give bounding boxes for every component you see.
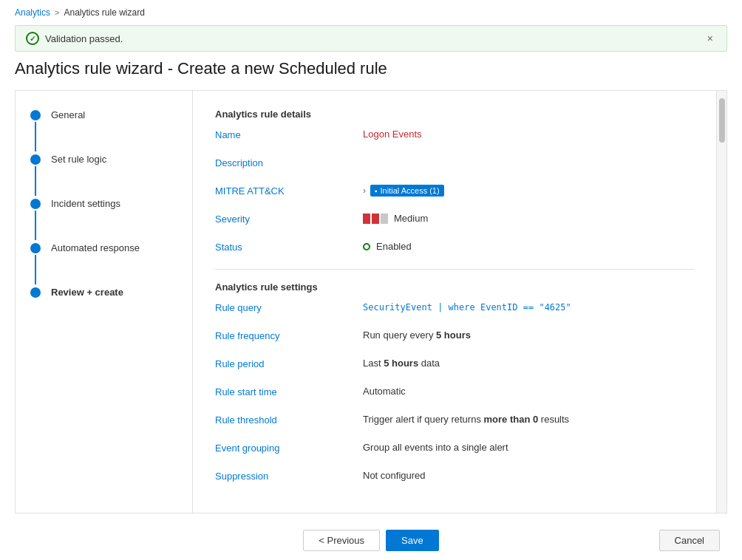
scrollbar-thumb [719, 98, 725, 143]
rule-start-time-label: Rule start time [215, 386, 363, 397]
mitre-container: › ▪ Initial Access (1) [363, 185, 694, 197]
rule-query-text: SecurityEvent | where EventID == "4625" [363, 302, 571, 313]
rule-period-prefix: Last [363, 358, 384, 369]
content-panel: Analytics rule details Name Logon Events… [193, 91, 716, 513]
rule-frequency-label: Rule frequency [215, 329, 363, 341]
severity-block-1 [363, 214, 370, 224]
rule-threshold-label: Rule threshold [215, 414, 363, 426]
step-dot-container-rule-logic [30, 153, 41, 197]
suppression-value: Not configured [363, 470, 694, 481]
severity-block-2 [372, 214, 379, 224]
step-dot-incident [30, 199, 41, 209]
step-label-general: General [51, 109, 85, 122]
step-label-rule-logic: Set rule logic [51, 153, 106, 166]
mitre-tag: ▪ Initial Access (1) [370, 185, 444, 197]
rule-frequency-value: Run query every 5 hours [363, 329, 694, 341]
cancel-button[interactable]: Cancel [659, 530, 720, 551]
step-dot-auto [30, 243, 41, 253]
validation-check-icon [26, 32, 39, 45]
severity-label: Severity [215, 213, 363, 225]
event-grouping-label: Event grouping [215, 442, 363, 454]
banner-close-button[interactable]: × [704, 33, 716, 44]
rule-period-label: Rule period [215, 358, 363, 369]
step-line-general [35, 122, 36, 151]
mitre-label: MITRE ATT&CK [215, 185, 363, 197]
status-text: Enabled [376, 241, 412, 252]
detail-row-event-grouping: Event grouping Group all events into a s… [215, 442, 694, 458]
validation-left: Validation passed. [26, 32, 123, 45]
step-item-review-create[interactable]: Review + create [30, 286, 177, 299]
severity-text: Medium [394, 213, 428, 224]
breadcrumb-separator: > [55, 8, 59, 17]
validation-banner: Validation passed. × [15, 25, 727, 52]
section-divider [215, 269, 694, 270]
previous-button[interactable]: < Previous [303, 530, 380, 551]
rule-period-suffix: data [418, 358, 440, 369]
rule-query-label: Rule query [215, 301, 363, 313]
rule-threshold-value: Trigger alert if query returns more than… [363, 414, 694, 425]
scrollbar[interactable] [716, 91, 726, 513]
rule-period-value: Last 5 hours data [363, 358, 694, 369]
breadcrumb: Analytics > Analytics rule wizard [0, 0, 742, 22]
detail-row-mitre: MITRE ATT&CK › ▪ Initial Access (1) [215, 185, 694, 201]
step-dot-review [30, 287, 41, 298]
mitre-tag-label: Initial Access (1) [381, 186, 440, 195]
step-line-auto [35, 255, 36, 284]
severity-container: Medium [363, 213, 694, 224]
step-item-automated-response[interactable]: Automated response [30, 242, 177, 286]
mitre-value: › ▪ Initial Access (1) [363, 185, 694, 197]
rule-frequency-prefix: Run query every [363, 329, 436, 341]
severity-value: Medium [363, 213, 694, 224]
detail-row-rule-period: Rule period Last 5 hours data [215, 358, 694, 374]
step-item-incident-settings[interactable]: Incident settings [30, 197, 177, 242]
detail-row-rule-frequency: Rule frequency Run query every 5 hours [215, 329, 694, 346]
step-dot-general [30, 110, 41, 120]
breadcrumb-parent[interactable]: Analytics [15, 7, 50, 18]
rule-period-bold: 5 hours [384, 358, 418, 369]
save-button[interactable]: Save [386, 530, 439, 551]
detail-row-severity: Severity Medium [215, 213, 694, 229]
rule-threshold-prefix: Trigger alert if query returns [363, 414, 484, 425]
detail-row-rule-threshold: Rule threshold Trigger alert if query re… [215, 414, 694, 430]
step-item-set-rule-logic[interactable]: Set rule logic [30, 153, 177, 197]
severity-blocks [363, 214, 388, 224]
mitre-tag-icon: ▪ [375, 187, 378, 195]
main-container: General Set rule logic Incident settings [15, 90, 727, 513]
step-label-review: Review + create [51, 286, 123, 299]
rule-frequency-bold: 5 hours [436, 329, 471, 341]
detail-row-description: Description [215, 157, 694, 173]
rule-query-value: SecurityEvent | where EventID == "4625" [363, 301, 694, 313]
name-label: Name [215, 129, 363, 140]
steps-panel: General Set rule logic Incident settings [16, 91, 193, 513]
step-line-rule-logic [35, 166, 36, 196]
step-dot-container-auto [30, 242, 41, 286]
status-label: Status [215, 241, 363, 253]
mitre-arrow: › [363, 185, 366, 196]
rule-threshold-bold: more than 0 [484, 414, 539, 425]
status-value: Enabled [363, 241, 694, 252]
detail-row-rule-start-time: Rule start time Automatic [215, 386, 694, 402]
step-dot-container-general [30, 109, 41, 153]
severity-block-3 [381, 214, 388, 224]
detail-row-suppression: Suppression Not configured [215, 470, 694, 486]
name-value: Logon Events [363, 129, 694, 140]
rule-start-time-value: Automatic [363, 386, 694, 397]
status-dot-icon [363, 243, 370, 250]
event-grouping-value: Group all events into a single alert [363, 442, 694, 453]
description-label: Description [215, 157, 363, 168]
suppression-label: Suppression [215, 470, 363, 482]
step-label-auto: Automated response [51, 242, 140, 255]
detail-row-name: Name Logon Events [215, 129, 694, 145]
breadcrumb-current: Analytics rule wizard [64, 7, 144, 18]
rule-threshold-suffix: results [538, 414, 569, 425]
step-dot-rule-logic [30, 154, 41, 165]
footer: < Previous Save Cancel [0, 519, 742, 560]
step-dot-container-incident [30, 197, 41, 242]
validation-message: Validation passed. [45, 33, 123, 44]
page-title: Analytics rule wizard - Create a new Sch… [0, 59, 742, 90]
section-header-settings: Analytics rule settings [215, 281, 694, 293]
step-dot-container-review [30, 286, 41, 298]
detail-row-rule-query: Rule query SecurityEvent | where EventID… [215, 301, 694, 318]
step-item-general[interactable]: General [30, 109, 177, 153]
detail-row-status: Status Enabled [215, 241, 694, 257]
